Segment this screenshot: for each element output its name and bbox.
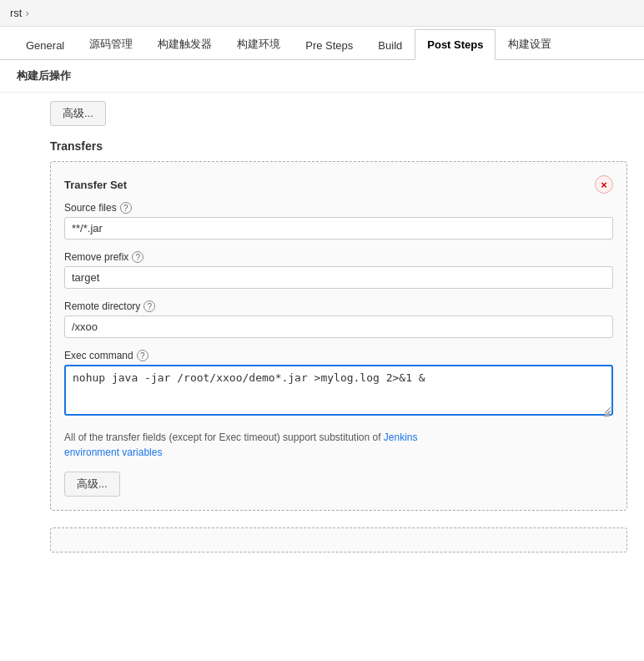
tab-presteps[interactable]: Pre Steps bbox=[293, 30, 365, 60]
remove-prefix-group: Remove prefix ? bbox=[64, 251, 613, 289]
tab-build[interactable]: Build bbox=[365, 30, 415, 60]
bottom-advanced-button[interactable]: 高级... bbox=[64, 472, 120, 497]
remove-prefix-label: Remove prefix ? bbox=[64, 251, 613, 263]
remote-directory-help-icon[interactable]: ? bbox=[143, 300, 155, 312]
textarea-resize-handle: ◢ bbox=[603, 408, 611, 416]
tab-trigger[interactable]: 构建触发器 bbox=[145, 28, 224, 60]
source-files-input[interactable] bbox=[64, 217, 613, 240]
tab-settings[interactable]: 构建设置 bbox=[496, 28, 564, 60]
exec-command-label: Exec command ? bbox=[64, 350, 613, 361]
breadcrumb-item[interactable]: rst bbox=[10, 7, 22, 19]
transfer-set-header: Transfer Set × bbox=[64, 175, 613, 194]
breadcrumb: rst › bbox=[0, 0, 644, 27]
remote-directory-group: Remote directory ? bbox=[64, 300, 613, 338]
source-files-help-icon[interactable]: ? bbox=[120, 202, 132, 214]
page-title: 构建后操作 bbox=[0, 60, 644, 93]
bottom-placeholder-section bbox=[50, 527, 627, 553]
exec-command-wrapper: ◢ bbox=[64, 365, 613, 418]
remote-directory-input[interactable] bbox=[64, 315, 613, 338]
main-content: 高级... Transfers Transfer Set × Source fi… bbox=[0, 93, 644, 569]
remove-prefix-help-icon[interactable]: ? bbox=[132, 251, 143, 263]
info-text: All of the transfer fields (except for E… bbox=[64, 430, 613, 460]
source-files-label: Source files ? bbox=[64, 202, 613, 214]
source-files-group: Source files ? bbox=[64, 202, 613, 240]
tab-source[interactable]: 源码管理 bbox=[77, 28, 145, 60]
remove-prefix-input[interactable] bbox=[64, 266, 613, 289]
exec-command-textarea[interactable] bbox=[64, 365, 613, 416]
tab-general[interactable]: General bbox=[13, 30, 77, 60]
close-transfer-button[interactable]: × bbox=[595, 175, 613, 194]
tab-env[interactable]: 构建环境 bbox=[224, 28, 293, 60]
jenkins-link[interactable]: Jenkins bbox=[384, 431, 418, 443]
bottom-advanced-section: 高级... bbox=[64, 472, 613, 497]
transfers-label: Transfers bbox=[50, 139, 627, 153]
top-advanced-section: 高级... bbox=[50, 101, 627, 126]
exec-command-group: Exec command ? ◢ bbox=[64, 350, 613, 418]
tab-poststeps[interactable]: Post Steps bbox=[415, 29, 496, 60]
transfer-container: Transfer Set × Source files ? Remove pre… bbox=[50, 161, 627, 511]
breadcrumb-separator: › bbox=[25, 7, 28, 19]
top-advanced-button[interactable]: 高级... bbox=[50, 101, 106, 126]
env-variables-link[interactable]: environment variables bbox=[64, 447, 162, 458]
transfer-set-title: Transfer Set bbox=[64, 179, 127, 191]
tab-bar: General 源码管理 构建触发器 构建环境 Pre Steps Build … bbox=[0, 27, 644, 60]
exec-command-help-icon[interactable]: ? bbox=[137, 350, 148, 361]
remote-directory-label: Remote directory ? bbox=[64, 300, 613, 312]
